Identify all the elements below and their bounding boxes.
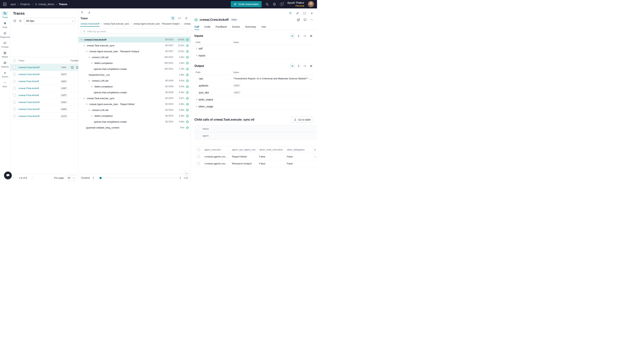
user-avatar[interactable] bbox=[308, 1, 314, 7]
tab-use[interactable]: Use bbox=[261, 24, 266, 30]
row-checkbox[interactable] bbox=[13, 94, 16, 96]
chat-support-button[interactable] bbox=[4, 172, 12, 179]
comment-icon[interactable] bbox=[303, 18, 307, 22]
list-view-icon[interactable] bbox=[290, 64, 295, 68]
close-icon[interactable] bbox=[310, 12, 313, 15]
select-all-checkbox[interactable] bbox=[197, 148, 200, 151]
trace-row[interactable]: crewai.Flow.kickoffc5ff bbox=[10, 92, 78, 99]
trace-row[interactable]: crewai.Flow.kickoffc59f bbox=[10, 85, 78, 92]
eye-off-icon[interactable] bbox=[309, 34, 313, 38]
help-icon[interactable] bbox=[280, 2, 284, 6]
trace-tree-row[interactable]: crewai.Agent.execute_task - 'Report Writ… bbox=[78, 101, 191, 107]
trace-tree-row[interactable]: crewai.Crew.kickoff $0.0010 19.83s bbox=[78, 37, 191, 42]
list-view-icon[interactable] bbox=[290, 34, 295, 38]
tab-code[interactable]: Code bbox=[204, 24, 210, 30]
output-row[interactable]: pydantic null bbox=[194, 82, 313, 89]
trace-link[interactable]: crewai.Flow.kickoff bbox=[18, 80, 39, 83]
tab-summary[interactable]: Summary bbox=[245, 24, 256, 30]
row-checkbox[interactable] bbox=[13, 73, 16, 76]
sidebar-item-traces[interactable]: Traces bbox=[0, 10, 10, 20]
trace-link[interactable]: crewai.Crew.kickoff bbox=[18, 108, 40, 110]
trace-tree-row[interactable]: guardrail-validate_blog_content 0ms bbox=[78, 125, 191, 130]
trace-row[interactable]: crewai.Crew.kickoff657f bbox=[10, 71, 78, 78]
sidebar-item-evals[interactable]: Evals bbox=[0, 20, 10, 30]
edit-icon[interactable] bbox=[296, 12, 299, 15]
go-to-table-button[interactable]: Go to table bbox=[291, 116, 313, 122]
trace-tree-row[interactable]: crewai.Task.execute_sync $0.0003 5.87s bbox=[78, 95, 191, 101]
breadcrumb-project[interactable]: crewai_demo bbox=[35, 3, 54, 6]
collapse-timeline-button[interactable] bbox=[184, 171, 189, 176]
chevron-down-icon[interactable] bbox=[89, 80, 92, 81]
tab-scores[interactable]: Scores bbox=[232, 24, 240, 30]
trace-tree-row[interactable]: litellm.completion $0.0003 5.84s bbox=[78, 113, 191, 119]
tab-call[interactable]: Call bbox=[194, 24, 199, 30]
path-tab[interactable]: crewai.Crew.kickoff bbox=[80, 21, 100, 26]
trace-tree-row[interactable]: crewai.LLM.call $0.0006 9.40s bbox=[78, 78, 191, 84]
page-prev-icon[interactable] bbox=[13, 177, 15, 179]
add-reaction-icon[interactable] bbox=[297, 18, 300, 22]
trace-tree-row[interactable]: SerperDevTool._run 1.66s bbox=[78, 72, 191, 78]
trace-link[interactable]: crewai.Crew.kickoff bbox=[18, 66, 40, 69]
code-json-icon[interactable] bbox=[303, 64, 307, 68]
output-row[interactable]: token_usage bbox=[194, 103, 313, 110]
chevron-right-icon[interactable] bbox=[195, 48, 197, 50]
chevron-down-icon[interactable] bbox=[91, 116, 95, 116]
prev-trace-arrow-icon[interactable] bbox=[81, 11, 84, 14]
trace-row[interactable]: crewai.Crew.kickoffe058 bbox=[10, 106, 78, 113]
sidebar-item-datasets[interactable]: Datasets bbox=[0, 60, 10, 69]
chevron-down-icon[interactable] bbox=[89, 57, 92, 58]
trace-row[interactable]: crewai.Crew.kickoff 9d89 bbox=[10, 64, 78, 71]
trace-tree-row[interactable]: openai.chat.completions.create <$0.0001 … bbox=[78, 66, 191, 72]
trace-tree-row[interactable]: crewai.Agent.execute_task - 'Research An… bbox=[78, 48, 191, 54]
breadcrumb-entity[interactable]: ayut bbox=[11, 3, 16, 6]
sidebar-item-scorers[interactable]: Scorers bbox=[0, 69, 10, 79]
trace-tree-row[interactable]: openai.chat.completions.create $0.0006 9… bbox=[78, 90, 191, 95]
row-checkbox[interactable] bbox=[13, 115, 16, 118]
row-checkbox[interactable] bbox=[13, 108, 16, 110]
timeline-thumb[interactable] bbox=[99, 177, 102, 179]
refresh-icon[interactable] bbox=[13, 19, 16, 22]
trace-link[interactable]: crewai.Crew.kickoff bbox=[18, 73, 40, 76]
trace-link[interactable]: crewai.Flow.kickoff bbox=[18, 94, 39, 96]
output-row[interactable]: raw **Investment Report: AI in Chemical … bbox=[194, 75, 313, 82]
trace-tree-row[interactable]: crewai.Task.execute_sync $0.0007 13.92s bbox=[78, 42, 191, 48]
wandb-logo-icon[interactable] bbox=[3, 2, 7, 6]
select-all-checkbox[interactable] bbox=[13, 59, 16, 62]
timeline-next-icon[interactable] bbox=[179, 176, 182, 179]
row-checkbox[interactable] bbox=[13, 87, 16, 90]
child-call-row[interactable]: <crewai.agents.cre... 'Report Writer' Fa… bbox=[194, 153, 317, 160]
sidebar-item-more[interactable]: More bbox=[0, 79, 10, 89]
trace-row[interactable]: crewai.Flow.kickoffeab1 bbox=[10, 78, 78, 85]
row-checkbox[interactable] bbox=[13, 80, 16, 83]
smiley-feedback-icon[interactable] bbox=[71, 66, 74, 69]
tab-feedback[interactable]: Feedback bbox=[216, 24, 227, 30]
sidebar-item-prompts[interactable]: Prompts bbox=[0, 40, 10, 50]
row-checkbox[interactable] bbox=[13, 66, 16, 69]
code-view-icon[interactable] bbox=[177, 16, 182, 20]
chevron-right-icon[interactable] bbox=[195, 98, 197, 100]
op-filter-input[interactable] bbox=[87, 30, 186, 33]
trace-tree-row[interactable]: litellm.completion $0.0006 9.40s bbox=[78, 84, 191, 90]
expand-rows-icon[interactable] bbox=[296, 34, 301, 38]
expand-rows-icon[interactable] bbox=[296, 64, 301, 68]
column-settings-icon[interactable] bbox=[19, 19, 22, 22]
search-icon[interactable] bbox=[265, 2, 269, 6]
path-tab[interactable]: crewai.Agent.execute_task - 'Research An… bbox=[133, 21, 180, 26]
trace-row[interactable]: crewai.Crew.kickoffa17d bbox=[10, 113, 78, 120]
tree-view-icon[interactable] bbox=[171, 16, 175, 20]
chevron-down-icon[interactable] bbox=[91, 63, 95, 64]
breadcrumb-projects[interactable]: Projects bbox=[20, 3, 30, 6]
notifications-bell-icon[interactable] bbox=[273, 2, 276, 6]
split-view-icon[interactable] bbox=[288, 12, 292, 15]
sidebar-item-playground[interactable]: Playground bbox=[0, 30, 10, 40]
fullscreen-icon[interactable] bbox=[303, 12, 306, 15]
path-tab[interactable]: crewai.LLM.call bbox=[184, 21, 191, 26]
path-tab[interactable]: crewai.Task.execute_sync bbox=[103, 21, 130, 26]
ops-filter-select[interactable]: All Ops bbox=[24, 18, 75, 24]
chevron-down-icon[interactable] bbox=[86, 104, 89, 104]
chevron-down-icon[interactable] bbox=[89, 110, 92, 110]
trace-link[interactable]: crewai.Crew.kickoff bbox=[18, 115, 40, 118]
trace-tree-row[interactable]: crewai.LLM.call <$0.0001 2.82s bbox=[78, 54, 191, 60]
flame-graph-view-icon[interactable] bbox=[184, 16, 188, 20]
chevron-down-icon[interactable] bbox=[91, 86, 95, 87]
